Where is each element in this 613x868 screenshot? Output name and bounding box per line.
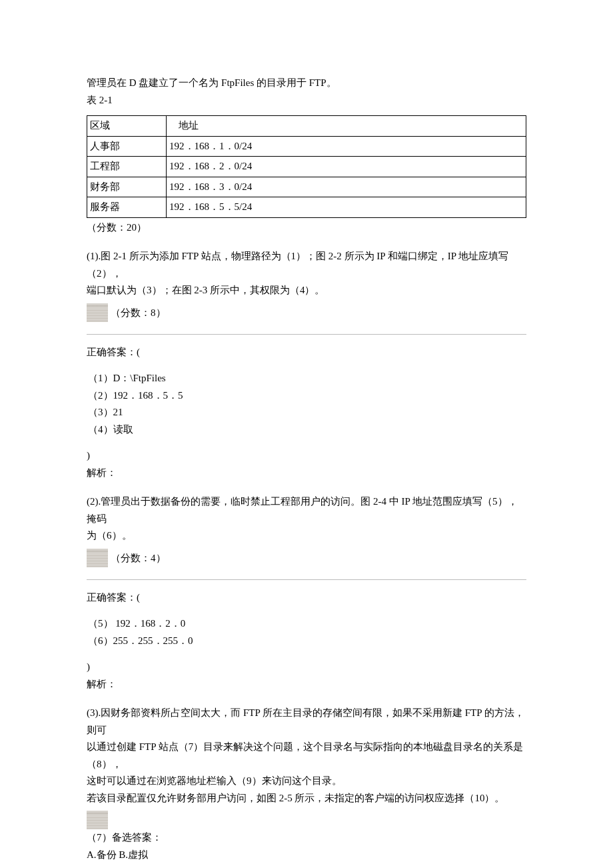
cell-address: 192．168．5．5/24 [167, 197, 526, 218]
q3-text-line2: 以通过创建 FTP 站点（7）目录来解决这个问题，这个目录名与实际指向的本地磁盘… [87, 739, 526, 773]
q1-close-paren: ) [87, 447, 526, 465]
cell-region: 服务器 [87, 197, 167, 218]
q1-answer-4: （4）读取 [87, 421, 526, 439]
score-main: （分数：20） [87, 219, 526, 237]
q3-text-line1: (3).因财务部资料所占空间太大，而 FTP 所在主目录的存储空间有限，如果不采… [87, 705, 526, 739]
question-1: (1).图 2-1 所示为添加 FTP 站点，物理路径为（1）；图 2-2 所示… [87, 248, 526, 481]
q2-answer-5: （5） 192．168．2．0 [87, 615, 526, 633]
table-header-row: 区域 地址 [87, 116, 526, 137]
question-2: (2).管理员出于数据备份的需要，临时禁止工程部用户的访问。图 2-4 中 IP… [87, 493, 526, 693]
table-row: 服务器 192．168．5．5/24 [87, 197, 526, 218]
separator [87, 579, 526, 580]
document-page: 管理员在 D 盘建立了一个名为 FtpFiles 的目录用于 FTP。 表 2-… [0, 0, 613, 868]
q1-analysis: 解析： [87, 465, 526, 482]
figure-thumbnail-icon [87, 811, 108, 829]
table-row: 人事部 192．168．1．0/24 [87, 136, 526, 157]
q2-answer-label: 正确答案：( [87, 589, 526, 607]
q2-answer-6: （6）255．255．255．0 [87, 633, 526, 650]
q1-answer-1: （1）D：\FtpFiles [87, 370, 526, 387]
q1-answer-3: （3）21 [87, 404, 526, 421]
table-header-address: 地址 [167, 116, 526, 137]
q1-answer-label: 正确答案：( [87, 344, 526, 361]
cell-region: 工程部 [87, 157, 167, 177]
q1-score: （分数：8） [111, 305, 166, 322]
table-row: 财务部 192．168．3．0/24 [87, 177, 526, 197]
q2-text-line1: (2).管理员出于数据备份的需要，临时禁止工程部用户的访问。图 2-4 中 IP… [87, 493, 526, 527]
cell-region: 财务部 [87, 177, 167, 197]
q3-option-label: （7）备选答案： [87, 829, 526, 847]
separator [87, 334, 526, 335]
cell-address: 192．168．1．0/24 [167, 136, 526, 157]
cell-address: 192．168．3．0/24 [167, 177, 526, 197]
figure-thumbnail-icon [87, 549, 108, 567]
q2-text-line2: 为（6）。 [87, 527, 526, 545]
q1-text-line1: (1).图 2-1 所示为添加 FTP 站点，物理路径为（1）；图 2-2 所示… [87, 248, 526, 282]
intro-line-1: 管理员在 D 盘建立了一个名为 FtpFiles 的目录用于 FTP。 [87, 75, 526, 92]
q1-answer-2: （2）192．168．5．5 [87, 387, 526, 405]
question-3: (3).因财务部资料所占空间太大，而 FTP 所在主目录的存储空间有限，如果不采… [87, 705, 526, 863]
region-address-table: 区域 地址 人事部 192．168．1．0/24 工程部 192．168．2．0… [87, 115, 526, 218]
intro-line-2: 表 2-1 [87, 92, 526, 109]
table-header-region: 区域 [87, 116, 167, 137]
cell-address: 192．168．2．0/24 [167, 157, 526, 177]
q2-analysis: 解析： [87, 676, 526, 693]
q2-close-paren: ) [87, 659, 526, 676]
figure-thumbnail-icon [87, 303, 108, 322]
q2-score: （分数：4） [111, 550, 166, 567]
table-row: 工程部 192．168．2．0/24 [87, 157, 526, 177]
q3-text-line3: 这时可以通过在浏览器地址栏输入（9）来访问这个目录。 [87, 773, 526, 790]
cell-region: 人事部 [87, 136, 167, 157]
q3-options: A.备份 B.虚拟 [87, 847, 526, 864]
q3-text-line4: 若该目录配置仅允许财务部用户访问，如图 2-5 所示，未指定的客户端的访问权应选… [87, 790, 526, 807]
q1-text-line2: 端口默认为（3）；在图 2-3 所示中，其权限为（4）。 [87, 282, 526, 299]
